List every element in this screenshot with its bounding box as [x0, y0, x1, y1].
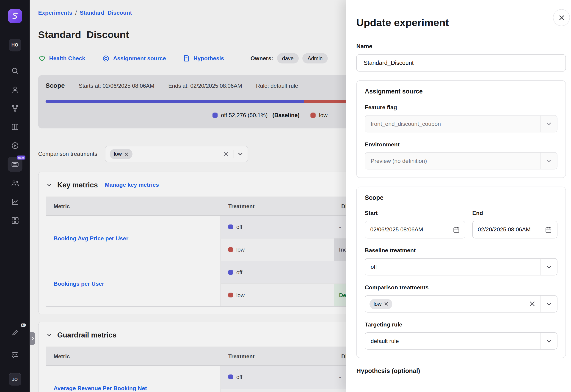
chevron-down-icon — [545, 264, 552, 270]
feature-flag-label: Feature flag — [365, 104, 557, 111]
name-label: Name — [356, 43, 566, 50]
update-experiment-drawer: Update experiment Name Assignment source… — [346, 0, 571, 392]
chevron-down-icon — [545, 301, 552, 307]
baseline-treatment-label: Baseline treatment — [365, 247, 557, 254]
comparison-treatments-label: Comparison treatments — [365, 284, 557, 291]
targeting-rule-label: Targeting rule — [365, 321, 557, 328]
start-label: Start — [365, 210, 465, 216]
comparison-treatments-multiselect[interactable]: low — [365, 295, 557, 312]
hypothesis-optional-label: Hypothesis (optional) — [356, 367, 566, 375]
baseline-treatment-select[interactable]: off — [365, 258, 557, 275]
assignment-source-title: Assignment source — [365, 88, 557, 95]
assignment-source-panel: Assignment source Feature flag front_end… — [356, 80, 566, 178]
drawer-title: Update experiment — [356, 17, 566, 29]
end-date-input[interactable]: 02/20/2025 08:06AM — [472, 221, 557, 238]
calendar-icon — [453, 226, 460, 233]
clear-selection-icon[interactable] — [529, 301, 535, 307]
chevron-down-icon — [546, 121, 552, 127]
end-label: End — [472, 210, 557, 216]
close-icon — [558, 14, 565, 21]
scope-panel: Scope Start 02/06/2025 08:06AM End — [356, 187, 566, 358]
chevron-down-icon — [545, 338, 552, 344]
screen: HO — [0, 0, 571, 392]
environment-label: Environment — [365, 141, 557, 148]
targeting-rule-select[interactable]: default rule — [365, 332, 557, 350]
app-canvas: HO — [0, 0, 571, 392]
scope-panel-title: Scope — [365, 194, 557, 202]
start-date-input[interactable]: 02/06/2025 08:06AM — [365, 221, 465, 238]
chip-remove-icon[interactable] — [384, 302, 388, 306]
chevron-down-icon — [546, 158, 552, 164]
calendar-icon — [545, 226, 552, 233]
environment-select[interactable]: Preview (no definition) — [365, 152, 557, 169]
experiment-name-input[interactable] — [356, 54, 566, 71]
treatment-chip-low[interactable]: low — [370, 299, 392, 309]
close-drawer-button[interactable] — [553, 9, 570, 26]
feature-flag-select[interactable]: front_end_discount_coupon — [365, 115, 557, 132]
